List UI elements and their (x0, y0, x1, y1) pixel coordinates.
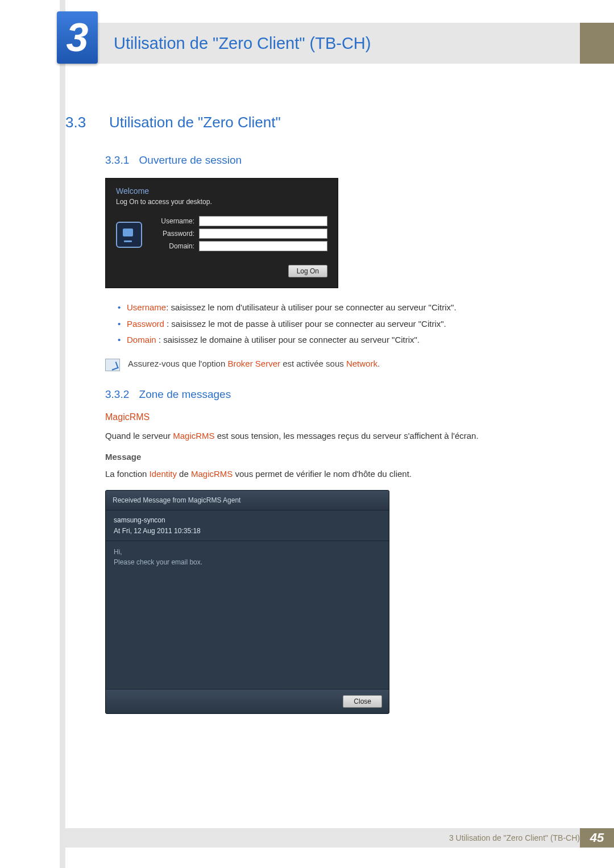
message-body: Hi, Please check your email box. (106, 541, 389, 689)
subsection-heading: 3.3.2 Zone de messages (105, 388, 580, 401)
page-content: 3.3 Utilisation de "Zero Client" 3.3.1 O… (65, 114, 580, 728)
login-prompt: Log On to access your desktop. (116, 198, 327, 206)
domain-input[interactable] (199, 241, 327, 251)
section-title: Utilisation de "Zero Client" (109, 114, 281, 131)
paragraph: Quand le serveur MagicRMS est sous tensi… (105, 429, 580, 443)
logon-button[interactable]: Log On (288, 265, 327, 277)
note-icon (105, 359, 120, 371)
field-description-list: Username: saisissez le nom d'utilisateur… (118, 300, 580, 348)
chapter-title: Utilisation de "Zero Client" (TB-CH) (114, 34, 371, 53)
list-item: Username: saisissez le nom d'utilisateur… (118, 300, 580, 316)
term-domain: Domain (127, 335, 156, 344)
message-timestamp: At Fri, 12 Aug 2011 10:35:18 (106, 526, 389, 541)
chapter-header-bar: Utilisation de "Zero Client" (TB-CH) (65, 23, 614, 64)
h4-magicrms: MagicRMS (105, 412, 580, 422)
login-dialog: Welcome Log On to access your desktop. U… (105, 178, 338, 288)
subsection-331: 3.3.1 Ouverture de session Welcome Log O… (105, 154, 580, 371)
term-username: Username (127, 302, 166, 312)
list-item: Domain : saisissez le domaine à utiliser… (118, 332, 580, 348)
paragraph: La fonction Identity de MagicRMS vous pe… (105, 467, 580, 481)
monitor-icon (116, 222, 142, 248)
subsection-title: Zone de messages (139, 388, 231, 400)
section-heading: 3.3 Utilisation de "Zero Client" (65, 114, 580, 131)
login-welcome: Welcome (116, 186, 327, 196)
list-item: Password : saisissez le mot de passe à u… (118, 316, 580, 333)
section-number: 3.3 (65, 114, 97, 131)
footer-text: 3 Utilisation de "Zero Client" (TB-CH) (449, 833, 580, 842)
message-dialog-title: Received Message from MagicRMS Agent (106, 491, 389, 510)
h5-message: Message (105, 452, 580, 462)
chapter-number: 3 (67, 15, 89, 60)
password-input[interactable] (199, 229, 327, 239)
subsection-number: 3.3.2 (105, 388, 129, 400)
message-footer: Close (106, 689, 389, 713)
username-input[interactable] (199, 216, 327, 226)
note-text: Assurez-vous que l'option Broker Server … (128, 359, 380, 368)
note: Assurez-vous que l'option Broker Server … (105, 359, 580, 371)
header-accent (580, 23, 614, 64)
subsection-title: Ouverture de session (139, 154, 242, 166)
subsection-heading: 3.3.1 Ouverture de session (105, 154, 580, 167)
domain-label: Domain: (149, 242, 199, 250)
password-label: Password: (149, 230, 199, 238)
message-host: samsung-syncon (106, 510, 389, 526)
footer-bar: 3 Utilisation de "Zero Client" (TB-CH) (65, 828, 614, 848)
chapter-number-badge: 3 (57, 11, 98, 64)
message-dialog: Received Message from MagicRMS Agent sam… (105, 490, 389, 714)
left-gutter (60, 0, 65, 868)
username-label: Username: (149, 217, 199, 225)
subsection-332: 3.3.2 Zone de messages MagicRMS Quand le… (105, 388, 580, 714)
term-password: Password (127, 319, 164, 329)
page-number: 45 (590, 830, 604, 845)
close-button[interactable]: Close (343, 695, 382, 708)
subsection-number: 3.3.1 (105, 154, 129, 166)
page-number-badge: 45 (580, 828, 614, 848)
